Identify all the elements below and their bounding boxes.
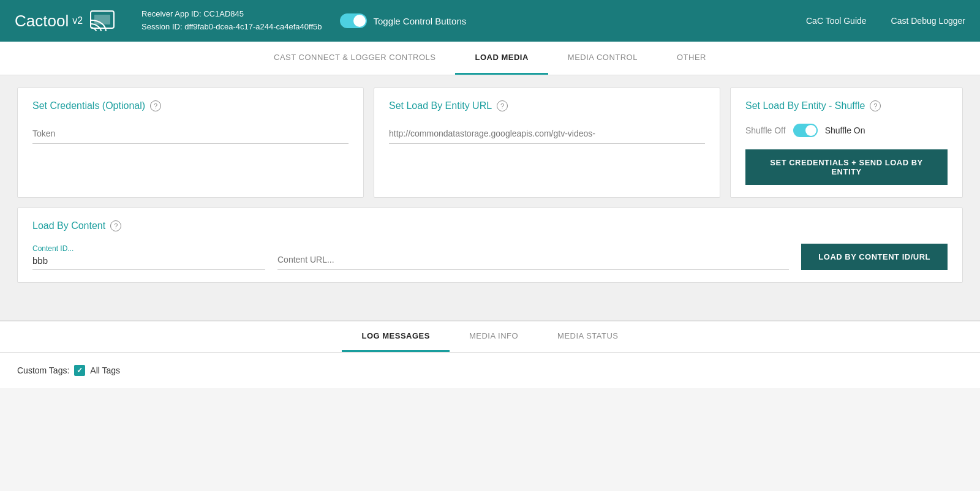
logo-text: Cactool: [15, 12, 69, 31]
load-by-content-button[interactable]: LOAD BY CONTENT ID/URL: [801, 244, 948, 270]
credentials-card-title: Set Credentials (Optional) ?: [32, 100, 349, 111]
tab-cast-connect[interactable]: CAST CONNECT & LOGGER CONTROLS: [254, 42, 455, 75]
shuffle-card-title: Set Load By Entity - Shuffle ?: [745, 100, 948, 111]
shuffle-toggle[interactable]: [793, 124, 818, 137]
content-id-section: Content ID... bbb: [32, 244, 265, 270]
receiver-app-id: Receiver App ID: CC1AD845: [141, 8, 322, 21]
load-content-help-icon[interactable]: ?: [110, 220, 121, 231]
tab-media-control[interactable]: MEDIA CONTROL: [548, 42, 657, 75]
shuffle-on-label: Shuffle On: [825, 126, 865, 135]
custom-tags-label: Custom Tags:: [17, 365, 69, 375]
tab-other[interactable]: OTHER: [657, 42, 726, 75]
bottom-tab-media-status[interactable]: MEDIA STATUS: [538, 321, 638, 352]
content-id-label: Content ID...: [32, 244, 265, 253]
all-tags-label: All Tags: [90, 365, 120, 375]
credentials-help-icon[interactable]: ?: [150, 100, 161, 111]
tab-load-media[interactable]: LOAD MEDIA: [455, 42, 548, 75]
logo-version: v2: [72, 15, 83, 26]
header: Cactool v2 Receiver App ID: CC1AD845 Ses…: [0, 0, 980, 42]
entity-url-help-icon[interactable]: ?: [497, 100, 508, 111]
content-id-value: bbb: [32, 255, 265, 270]
entity-url-input[interactable]: [389, 124, 705, 144]
svg-rect-1: [94, 15, 110, 24]
toggle-label: Toggle Control Buttons: [373, 16, 466, 26]
custom-tags-row: Custom Tags: All Tags: [17, 365, 963, 376]
bottom-tabs-bar: LOG MESSAGES MEDIA INFO MEDIA STATUS: [0, 321, 980, 353]
shuffle-card: Set Load By Entity - Shuffle ? Shuffle O…: [730, 88, 963, 198]
bottom-section: LOG MESSAGES MEDIA INFO MEDIA STATUS Cus…: [0, 320, 980, 388]
entity-url-card: Set Load By Entity URL ?: [374, 88, 720, 198]
entity-url-card-title: Set Load By Entity URL ?: [389, 100, 705, 111]
main-content: Set Credentials (Optional) ? Set Load By…: [0, 75, 980, 320]
content-url-input[interactable]: [277, 250, 789, 270]
cards-row: Set Credentials (Optional) ? Set Load By…: [17, 88, 963, 198]
load-content-row: Content ID... bbb LOAD BY CONTENT ID/URL: [32, 244, 948, 270]
credentials-card: Set Credentials (Optional) ?: [17, 88, 364, 198]
content-url-section: [277, 250, 789, 270]
bottom-tab-log-messages[interactable]: LOG MESSAGES: [342, 321, 449, 352]
cast-debug-logger-link[interactable]: Cast Debug Logger: [891, 16, 965, 26]
header-ids: Receiver App ID: CC1AD845 Session ID: df…: [141, 8, 322, 34]
load-content-card: Load By Content ? Content ID... bbb LOAD…: [17, 208, 963, 283]
load-content-card-title: Load By Content ?: [32, 220, 948, 231]
session-id: Session ID: dff9fab0-dcea-4c17-a244-ca4e…: [141, 21, 322, 34]
toggle-section: Toggle Control Buttons: [340, 13, 466, 28]
set-credentials-send-load-button[interactable]: SET CREDENTIALS + SEND LOAD BY ENTITY: [745, 149, 948, 185]
cast-icon: [90, 10, 115, 31]
bottom-content-area: Custom Tags: All Tags: [0, 353, 980, 388]
cac-tool-guide-link[interactable]: CaC Tool Guide: [806, 16, 867, 26]
logo: Cactool v2: [15, 10, 127, 31]
all-tags-checkbox[interactable]: [74, 365, 85, 376]
shuffle-row: Shuffle Off Shuffle On: [745, 124, 948, 137]
shuffle-off-label: Shuffle Off: [745, 126, 786, 135]
main-tabs-bar: CAST CONNECT & LOGGER CONTROLS LOAD MEDI…: [0, 42, 980, 75]
bottom-tab-media-info[interactable]: MEDIA INFO: [450, 321, 538, 352]
shuffle-help-icon[interactable]: ?: [870, 100, 881, 111]
control-buttons-toggle[interactable]: [340, 13, 367, 28]
token-input[interactable]: [32, 124, 349, 144]
header-nav: CaC Tool Guide Cast Debug Logger: [806, 16, 965, 26]
